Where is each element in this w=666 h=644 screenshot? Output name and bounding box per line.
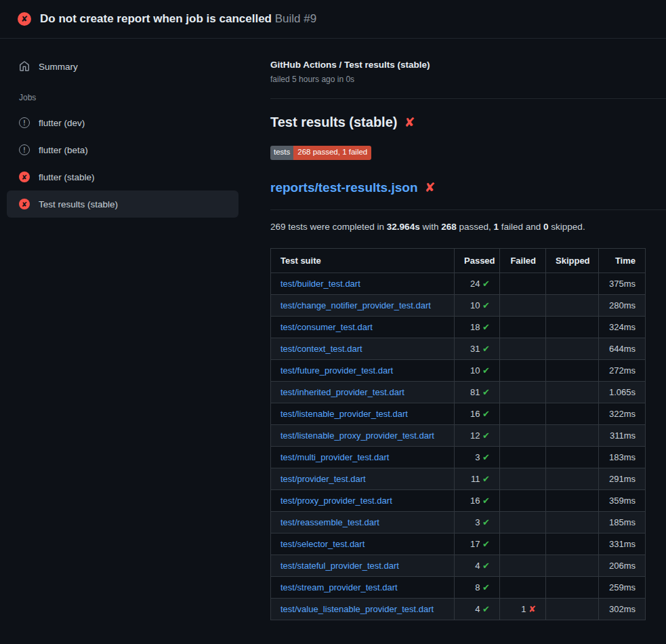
table-cell: 18 ✔ xyxy=(455,316,500,338)
check-icon: ✔ xyxy=(482,496,490,506)
table-cell: 17 ✔ xyxy=(455,533,500,555)
sidebar-item-flutter-stable[interactable]: ✘flutter (stable) xyxy=(7,163,238,190)
table-row: test/value_listenable_provider_test.dart… xyxy=(271,598,646,620)
sidebar-item-summary[interactable]: Summary xyxy=(0,55,270,78)
job-label: Test results (stable) xyxy=(39,199,118,209)
sidebar-item-flutter-dev[interactable]: !flutter (dev) xyxy=(7,109,238,136)
test-suite-link[interactable]: test/builder_test.dart xyxy=(280,279,360,289)
table-cell xyxy=(500,381,546,403)
table-cell: 272ms xyxy=(599,359,646,381)
job-label: flutter (stable) xyxy=(39,172,95,182)
check-icon: ✔ xyxy=(482,344,490,354)
table-cell: 4 ✔ xyxy=(455,598,500,620)
table-cell xyxy=(546,359,599,381)
section-title: Test results (stable) ✘ xyxy=(270,115,666,130)
check-icon: ✔ xyxy=(482,561,490,571)
table-cell xyxy=(546,381,599,403)
table-row: test/stream_provider_test.dart8 ✔259ms xyxy=(271,576,646,598)
table-cell xyxy=(500,424,546,446)
table-cell: test/context_test.dart xyxy=(271,338,455,359)
test-suite-link[interactable]: test/stream_provider_test.dart xyxy=(280,582,398,592)
table-cell xyxy=(500,403,546,424)
table-cell xyxy=(500,273,546,294)
badge-label: tests xyxy=(270,146,293,160)
run-meta: failed 5 hours ago in 0s xyxy=(270,75,666,84)
test-suite-link[interactable]: test/listenable_proxy_provider_test.dart xyxy=(280,430,434,441)
summary-time: 32.964s xyxy=(387,222,420,232)
test-suite-link[interactable]: test/stateful_provider_test.dart xyxy=(280,561,399,571)
test-suite-link[interactable]: test/inherited_provider_test.dart xyxy=(280,387,404,397)
test-suite-link[interactable]: test/value_listenable_provider_test.dart xyxy=(280,604,434,614)
job-label: flutter (dev) xyxy=(39,118,85,128)
table-cell: 644ms xyxy=(599,338,646,359)
summary-p4: failed and xyxy=(499,222,543,232)
report-link[interactable]: reports/test-results.json xyxy=(270,180,418,195)
test-suite-link[interactable]: test/provider_test.dart xyxy=(280,474,366,484)
badge-value: 268 passed, 1 failed xyxy=(293,146,371,160)
summary-passed: 268 xyxy=(441,222,457,232)
table-cell: 11 ✔ xyxy=(455,468,500,489)
summary-skipped: 0 xyxy=(543,222,549,232)
check-icon: ✔ xyxy=(482,365,490,376)
run-title-text: Do not create report when job is cancell… xyxy=(40,12,272,25)
table-cell: 81 ✔ xyxy=(455,381,500,403)
table-row: test/context_test.dart31 ✔644ms xyxy=(271,338,646,359)
table-cell: 280ms xyxy=(599,294,646,316)
test-suite-link[interactable]: test/proxy_provider_test.dart xyxy=(280,496,392,506)
job-label: flutter (beta) xyxy=(39,145,88,155)
table-cell: 8 ✔ xyxy=(455,576,500,598)
test-suite-link[interactable]: test/context_test.dart xyxy=(280,344,362,354)
test-suite-link[interactable]: test/listenable_provider_test.dart xyxy=(280,409,408,419)
tests-badge: tests 268 passed, 1 failed xyxy=(270,146,371,160)
test-suite-link[interactable]: test/change_notifier_provider_test.dart xyxy=(280,300,431,310)
table-cell: 375ms xyxy=(599,273,646,294)
test-suite-link[interactable]: test/multi_provider_test.dart xyxy=(280,452,389,462)
table-cell: 1.065s xyxy=(599,381,646,403)
table-cell: test/value_listenable_provider_test.dart xyxy=(271,598,455,620)
report-title: reports/test-results.json ✘ xyxy=(270,180,666,195)
table-cell xyxy=(546,598,599,620)
divider xyxy=(270,98,666,99)
column-header: Test suite xyxy=(271,248,455,273)
sidebar-item-flutter-beta[interactable]: !flutter (beta) xyxy=(7,136,238,163)
summary-p3: passed, xyxy=(457,222,494,232)
column-header: Time xyxy=(599,248,646,273)
table-cell: test/inherited_provider_test.dart xyxy=(271,381,455,403)
sidebar-item-test-results-stable[interactable]: ✘Test results (stable) xyxy=(7,190,238,218)
table-cell: 4 ✔ xyxy=(455,555,500,576)
table-cell: 331ms xyxy=(599,533,646,555)
table-row: test/selector_test.dart17 ✔331ms xyxy=(271,533,646,555)
table-row: test/inherited_provider_test.dart81 ✔1.0… xyxy=(271,381,646,403)
test-suite-link[interactable]: test/selector_test.dart xyxy=(280,539,365,549)
check-icon: ✔ xyxy=(482,322,490,332)
check-icon: ✔ xyxy=(482,452,490,462)
divider xyxy=(270,209,666,210)
table-cell xyxy=(546,403,599,424)
table-cell xyxy=(546,533,599,555)
table-cell: test/consumer_test.dart xyxy=(271,316,455,338)
check-icon: ✔ xyxy=(482,409,490,419)
check-icon: ✔ xyxy=(482,387,490,397)
test-suite-link[interactable]: test/reassemble_test.dart xyxy=(280,517,379,527)
table-cell xyxy=(500,468,546,489)
section-title-text: Test results (stable) xyxy=(270,115,397,130)
table-row: test/multi_provider_test.dart3 ✔183ms xyxy=(271,446,646,468)
check-icon: ✔ xyxy=(482,300,490,310)
table-cell: 24 ✔ xyxy=(455,273,500,294)
table-row: test/stateful_provider_test.dart4 ✔206ms xyxy=(271,555,646,576)
table-cell: 324ms xyxy=(599,316,646,338)
table-cell xyxy=(546,576,599,598)
check-icon: ✔ xyxy=(482,604,490,614)
table-cell: 16 ✔ xyxy=(455,403,500,424)
check-icon: ✔ xyxy=(482,430,490,441)
table-cell xyxy=(500,555,546,576)
table-cell xyxy=(546,424,599,446)
results-table: Test suitePassedFailedSkippedTime test/b… xyxy=(270,248,646,620)
table-cell: test/multi_provider_test.dart xyxy=(271,446,455,468)
table-cell: test/reassemble_test.dart xyxy=(271,511,455,533)
table-cell: test/listenable_provider_test.dart xyxy=(271,403,455,424)
test-suite-link[interactable]: test/consumer_test.dart xyxy=(280,322,373,332)
table-row: test/future_provider_test.dart10 ✔272ms xyxy=(271,359,646,381)
test-suite-link[interactable]: test/future_provider_test.dart xyxy=(280,365,393,376)
table-cell: 259ms xyxy=(599,576,646,598)
